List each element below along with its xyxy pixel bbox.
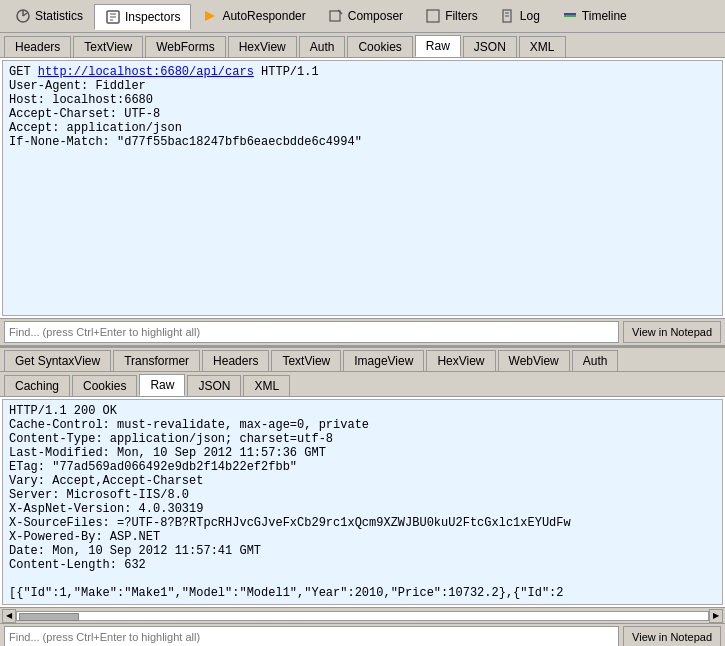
bottom-find-bar: View in Notepad: [0, 623, 725, 646]
top-tab-headers[interactable]: Headers: [4, 36, 71, 57]
bottom-scrollbar[interactable]: ◀ ▶: [0, 607, 725, 623]
tab-composer[interactable]: Composer: [317, 3, 414, 29]
top-view-notepad-button[interactable]: View in Notepad: [623, 321, 721, 343]
top-panel: Headers TextView WebForms HexView Auth C…: [0, 33, 725, 348]
tab-log[interactable]: Log: [489, 3, 551, 29]
tab-filters[interactable]: Filters: [414, 3, 489, 29]
tab-inspectors-label: Inspectors: [125, 10, 180, 24]
top-tab-xml[interactable]: XML: [519, 36, 566, 57]
scroll-track[interactable]: [16, 611, 709, 621]
scroll-thumb[interactable]: [19, 613, 79, 621]
top-content-link[interactable]: http://localhost:6680/api/cars: [38, 65, 254, 79]
bottom-view-notepad-button[interactable]: View in Notepad: [623, 626, 721, 646]
tab-statistics-label: Statistics: [35, 9, 83, 23]
tab-log-label: Log: [520, 9, 540, 23]
top-tab-raw[interactable]: Raw: [415, 35, 461, 57]
inspectors-icon: [105, 9, 121, 25]
top-content-get: GET: [9, 65, 38, 79]
top-find-bar: View in Notepad: [0, 318, 725, 345]
tab-autoresponder[interactable]: AutoResponder: [191, 3, 316, 29]
tab-inspectors[interactable]: Inspectors: [94, 4, 191, 30]
bottom-panel-content: HTTP/1.1 200 OK Cache-Control: must-reva…: [2, 399, 723, 605]
top-panel-content: GET http://localhost:6680/api/cars HTTP/…: [2, 60, 723, 316]
bottom-tab-auth[interactable]: Auth: [572, 350, 619, 371]
bottom-tab-hexview[interactable]: HexView: [426, 350, 495, 371]
bottom-tab-headers[interactable]: Headers: [202, 350, 269, 371]
top-tab-json[interactable]: JSON: [463, 36, 517, 57]
scroll-right-arrow[interactable]: ▶: [709, 609, 723, 623]
composer-icon: [328, 8, 344, 24]
top-tab-hexview[interactable]: HexView: [228, 36, 297, 57]
autoresponder-icon: [202, 8, 218, 24]
bottom-tab-cookies[interactable]: Cookies: [72, 375, 137, 396]
timeline-icon: [562, 8, 578, 24]
top-toolbar: Statistics Inspectors AutoResponder Comp…: [0, 0, 725, 33]
bottom-panel: Get SyntaxView Transformer Headers TextV…: [0, 348, 725, 646]
svg-marker-7: [205, 11, 215, 21]
svg-rect-8: [330, 11, 340, 21]
tab-composer-label: Composer: [348, 9, 403, 23]
svg-rect-11: [427, 10, 439, 22]
bottom-find-input[interactable]: [4, 626, 619, 646]
top-tab-auth[interactable]: Auth: [299, 36, 346, 57]
tab-filters-label: Filters: [445, 9, 478, 23]
bottom-tab-caching[interactable]: Caching: [4, 375, 70, 396]
main-area: Headers TextView WebForms HexView Auth C…: [0, 33, 725, 646]
tab-timeline-label: Timeline: [582, 9, 627, 23]
scroll-left-arrow[interactable]: ◀: [2, 609, 16, 623]
top-tab-textview[interactable]: TextView: [73, 36, 143, 57]
bottom-tab-textview[interactable]: TextView: [271, 350, 341, 371]
top-tab-cookies[interactable]: Cookies: [347, 36, 412, 57]
top-content-http: HTTP/1.1: [254, 65, 319, 79]
tab-statistics[interactable]: Statistics: [4, 3, 94, 29]
bottom-tab-transformer[interactable]: Transformer: [113, 350, 200, 371]
bottom-panel-tab-bar-1: Get SyntaxView Transformer Headers TextV…: [0, 348, 725, 372]
bottom-tab-getsyntaxview[interactable]: Get SyntaxView: [4, 350, 111, 371]
log-icon: [500, 8, 516, 24]
tab-timeline[interactable]: Timeline: [551, 3, 638, 29]
filters-icon: [425, 8, 441, 24]
top-content-rest: User-Agent: Fiddler Host: localhost:6680…: [9, 79, 362, 149]
bottom-tab-webview[interactable]: WebView: [498, 350, 570, 371]
bottom-tab-raw[interactable]: Raw: [139, 374, 185, 396]
bottom-panel-tab-bar-2: Caching Cookies Raw JSON XML: [0, 372, 725, 397]
top-tab-webforms[interactable]: WebForms: [145, 36, 225, 57]
top-find-input[interactable]: [4, 321, 619, 343]
statistics-icon: [15, 8, 31, 24]
top-panel-tab-bar: Headers TextView WebForms HexView Auth C…: [0, 33, 725, 58]
bottom-tab-xml[interactable]: XML: [243, 375, 290, 396]
bottom-tab-json[interactable]: JSON: [187, 375, 241, 396]
tab-autoresponder-label: AutoResponder: [222, 9, 305, 23]
bottom-tab-imageview[interactable]: ImageView: [343, 350, 424, 371]
